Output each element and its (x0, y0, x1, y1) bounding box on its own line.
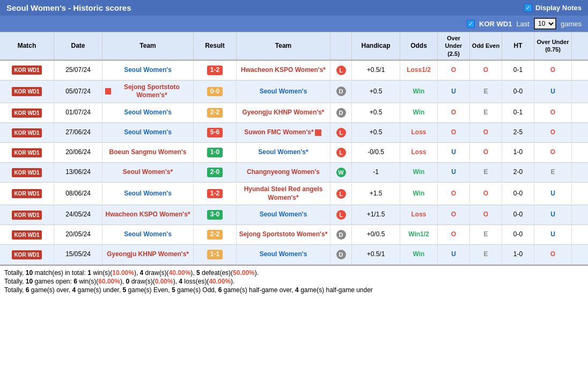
oe-value: E (483, 88, 488, 96)
wdl-badge: W (336, 168, 346, 177)
col-team1: Team (102, 32, 194, 60)
oe-cell: E (470, 103, 502, 122)
ou075-value: O (550, 148, 555, 157)
team2-cell[interactable]: Sejong Sportstoto Women's* (237, 225, 330, 244)
oe-value: E (483, 108, 488, 117)
team2-cell[interactable]: Seoul Women's (237, 205, 330, 224)
result-cell[interactable]: 1-2 (194, 61, 237, 80)
team1-cell[interactable]: Boeun Sangmu Women's (102, 143, 194, 162)
oe-cell: E (470, 163, 502, 182)
match-badge[interactable]: KOR WD1 (12, 211, 41, 220)
result-cell[interactable]: 2-0 (194, 163, 237, 182)
result-cell[interactable]: 2-2 (194, 225, 237, 244)
team2-cell[interactable]: Seoul Women's (237, 245, 330, 264)
odds-cell: Loss (400, 123, 438, 142)
ou075-value: O (550, 108, 555, 117)
result-cell[interactable]: 1-2 (194, 184, 237, 204)
ht-cell: 2-5 (502, 123, 534, 142)
match-badge[interactable]: KOR WD1 (12, 230, 41, 240)
result-cell[interactable]: 1-1 (194, 245, 237, 264)
team2-cell[interactable]: Hyundai Steel Red angels Women's* (237, 183, 330, 205)
display-notes-checkbox[interactable]: ✓ (524, 4, 532, 12)
team2-cell[interactable]: Hwacheon KSPO Women's* (237, 61, 330, 80)
result-cell[interactable]: 0-0 (194, 82, 237, 101)
ou075-value: E (550, 168, 555, 177)
oe-value: E (483, 230, 488, 239)
wdl-cell: D (330, 245, 352, 264)
match-badge[interactable]: KOR WD1 (12, 250, 41, 259)
ou075-value: U (550, 211, 555, 219)
table-row: KOR WD1 08/06/24 Seoul Women's 1-2 Hyund… (0, 183, 588, 205)
table-row: KOR WD1 01/07/24 Seoul Women's 2-2 Gyeon… (0, 103, 588, 123)
wdl-cell: L (330, 143, 352, 162)
header-right: ✓ Display Notes (524, 4, 582, 12)
wdl-cell: L (330, 184, 352, 204)
team1-cell[interactable]: Seoul Women's (102, 225, 194, 244)
oe-value: E (483, 168, 488, 177)
team1-cell[interactable]: Seoul Women's (102, 61, 194, 80)
filter-last-label: Last (516, 20, 530, 28)
team2-cell[interactable]: Seoul Women's* (237, 143, 330, 162)
match-badge[interactable]: KOR WD1 (12, 87, 41, 96)
table-row: KOR WD1 05/07/24 Sejong Sportstoto Women… (0, 81, 588, 103)
result-badge: 2-2 (207, 230, 223, 240)
filter-games-select[interactable]: 5 10 15 20 25 30 (534, 18, 556, 30)
result-cell[interactable]: 2-2 (194, 103, 237, 122)
match-badge[interactable]: KOR WD1 (12, 128, 41, 137)
ou25-value: O (451, 128, 456, 137)
ou25-value: O (451, 108, 456, 117)
team1-cell[interactable]: Seoul Women's (102, 103, 194, 122)
col-ht: HT (502, 32, 534, 60)
wdl-cell: L (330, 205, 352, 224)
wdl-badge: L (336, 66, 346, 75)
team2-cell[interactable]: Changnyeong Women's (237, 163, 330, 182)
match-badge[interactable]: KOR WD1 (12, 189, 41, 198)
handicap-cell: +0/0.5 (352, 225, 400, 244)
ou075-cell: O (534, 61, 572, 80)
footer-line3: Totally, 6 game(s) over, 4 game(s) under… (4, 286, 584, 294)
match-badge[interactable]: KOR WD1 (12, 168, 41, 177)
oe-value: O (483, 211, 488, 219)
table-row: KOR WD1 20/05/24 Seoul Women's 2-2 Sejon… (0, 225, 588, 245)
oe-value: O (483, 190, 488, 198)
odds-value: Loss (411, 148, 426, 157)
team2-cell[interactable]: Gyeongju KHNP Women's* (237, 103, 330, 122)
team1-cell[interactable]: Sejong Sportstoto Women's* (102, 81, 194, 103)
team1-cell[interactable]: Seoul Women's (102, 123, 194, 142)
table-row: KOR WD1 25/07/24 Seoul Women's 1-2 Hwach… (0, 61, 588, 81)
wdl-cell: L (330, 123, 352, 142)
odds-value: Win (413, 108, 425, 117)
team1-cell[interactable]: Gyeongju KHNP Women's* (102, 245, 194, 264)
match-badge[interactable]: KOR WD1 (12, 108, 41, 118)
team2-cell[interactable]: Suwon FMC Women's* (237, 123, 330, 142)
match-badge[interactable]: KOR WD1 (12, 66, 41, 75)
match-badge-cell: KOR WD1 (0, 61, 54, 80)
odds-cell: Win (400, 163, 438, 182)
oe-value: O (483, 128, 488, 137)
result-badge: 5-6 (207, 128, 223, 137)
result-cell[interactable]: 3-0 (194, 205, 237, 224)
team1-cell[interactable]: Seoul Women's (102, 184, 194, 204)
ou075-cell: U (534, 82, 572, 101)
filter-league-checkbox[interactable]: ✓ (467, 20, 475, 28)
team2-cell[interactable]: Seoul Women's (237, 82, 330, 101)
ou075-value: O (550, 250, 555, 259)
result-badge: 2-2 (207, 108, 223, 118)
match-badge[interactable]: KOR WD1 (12, 148, 41, 157)
wdl-cell: D (330, 225, 352, 244)
result-cell[interactable]: 1-0 (194, 143, 237, 162)
handicap-cell: +0.5 (352, 103, 400, 122)
col-wdl (330, 32, 352, 60)
col-result: Result (194, 32, 237, 60)
date-cell: 24/05/24 (54, 205, 102, 224)
team1-cell[interactable]: Seoul Women's* (102, 163, 194, 182)
team1-cell[interactable]: Hwacheon KSPO Women's* (102, 205, 194, 224)
col-oe: Odd Even (470, 32, 502, 60)
ou25-cell: O (438, 61, 470, 80)
table-body: KOR WD1 25/07/24 Seoul Women's 1-2 Hwach… (0, 61, 588, 265)
result-cell[interactable]: 5-6 (194, 123, 237, 142)
odds-value: Win (413, 250, 425, 259)
ou25-cell: O (438, 103, 470, 122)
wdl-badge: D (336, 230, 346, 240)
ou075-cell: O (534, 245, 572, 264)
